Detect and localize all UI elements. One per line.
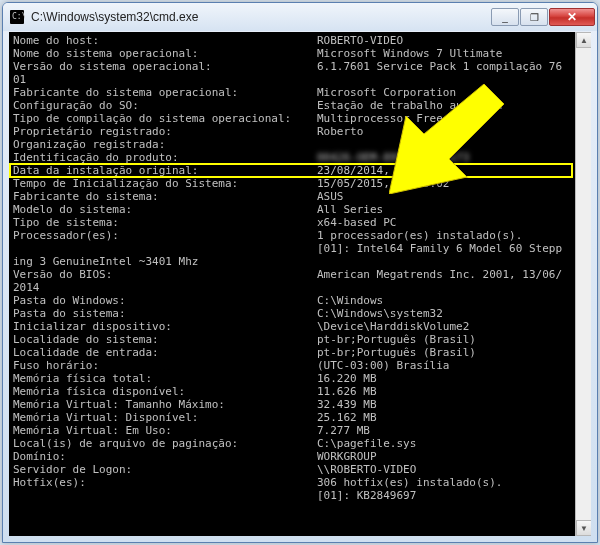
output-line: Servidor de Logon:\\ROBERTO-VIDEO: [13, 463, 571, 476]
line-label: Fabricante do sistema:: [13, 190, 317, 203]
scroll-up-button[interactable]: ▲: [576, 32, 591, 48]
line-value: pt-br;Português (Brasil): [317, 333, 476, 346]
output-line: Inicializar dispositivo:\Device\Harddisk…: [13, 320, 571, 333]
line-value: [01]: KB2849697: [317, 489, 416, 502]
line-value: 23/08/2014, 17:27:51: [317, 164, 449, 177]
vertical-scrollbar[interactable]: ▲ ▼: [575, 32, 591, 536]
line-value: 16.220 MB: [317, 372, 377, 385]
output-line: Fuso horário:(UTC-03:00) Brasília: [13, 359, 571, 372]
output-line: 2014: [13, 281, 571, 294]
line-value: pt-br;Português (Brasil): [317, 346, 476, 359]
minimize-button[interactable]: _: [491, 8, 519, 26]
output-line: Configuração do SO:Estação de trabalho a…: [13, 99, 571, 112]
output-line: Versão do BIOS:American Megatrends Inc. …: [13, 268, 571, 281]
line-label: Localidade de entrada:: [13, 346, 317, 359]
line-label: Pasta do sistema:: [13, 307, 317, 320]
output-line: Modelo do sistema:All Series: [13, 203, 571, 216]
output-line: Versão do sistema operacional:6.1.7601 S…: [13, 60, 571, 73]
output-line: Tipo de sistema:x64-based PC: [13, 216, 571, 229]
line-value: 25.162 MB: [317, 411, 377, 424]
line-value: 11.626 MB: [317, 385, 377, 398]
line-value: 32.439 MB: [317, 398, 377, 411]
output-line: Memória física total:16.220 MB: [13, 372, 571, 385]
output-line: 01: [13, 73, 571, 86]
output-line: Localidade de entrada:pt-br;Português (B…: [13, 346, 571, 359]
output-line: Memória Virtual: Em Uso:7.277 MB: [13, 424, 571, 437]
output-line: Identificação do produto:00426-OEM-89926…: [13, 151, 571, 164]
line-value: 1 processador(es) instalado(s).: [317, 229, 522, 242]
line-label: Tipo de compilação do sistema operaciona…: [13, 112, 317, 125]
output-line: Pasta do Windows:C:\Windows: [13, 294, 571, 307]
line-label: Domínio:: [13, 450, 317, 463]
cmd-icon: C:\: [9, 9, 25, 25]
line-label: Nome do host:: [13, 34, 317, 47]
line-value: Roberto: [317, 125, 363, 138]
line-value: American Megatrends Inc. 2001, 13/06/: [317, 268, 562, 281]
line-value: ROBERTO-VIDEO: [317, 34, 403, 47]
line-value: 15/05/2015, 13:40:02: [317, 177, 449, 190]
line-value: ASUS: [317, 190, 344, 203]
line-label: Memória física total:: [13, 372, 317, 385]
line-label: Identificação do produto:: [13, 151, 317, 164]
output-line: Memória Virtual: Disponível:25.162 MB: [13, 411, 571, 424]
output-line: Organização registrada:: [13, 138, 571, 151]
cmd-window: C:\ C:\Windows\system32\cmd.exe _ ❐ ✕ No…: [2, 2, 598, 543]
line-label: Fuso horário:: [13, 359, 317, 372]
close-button[interactable]: ✕: [549, 8, 595, 26]
output-line: Domínio:WORKGROUP: [13, 450, 571, 463]
line-label: 2014: [13, 281, 317, 294]
line-value: [01]: Intel64 Family 6 Model 60 Stepp: [317, 242, 562, 255]
line-value: Microsoft Corporation: [317, 86, 456, 99]
svg-text:C:\: C:\: [12, 12, 25, 21]
line-label: ing 3 GenuineIntel ~3401 Mhz: [13, 255, 317, 268]
line-label: Memória Virtual: Em Uso:: [13, 424, 317, 437]
maximize-button[interactable]: ❐: [520, 8, 548, 26]
line-label: Local(is) de arquivo de paginação:: [13, 437, 317, 450]
output-line: Proprietário registrado:Roberto: [13, 125, 571, 138]
line-value: 306 hotfix(es) instalado(s).: [317, 476, 502, 489]
window-controls: _ ❐ ✕: [490, 8, 595, 26]
output-line: Fabricante do sistema operacional:Micros…: [13, 86, 571, 99]
output-line: ing 3 GenuineIntel ~3401 Mhz: [13, 255, 571, 268]
line-label: Processador(es):: [13, 229, 317, 242]
output-line: Processador(es):1 processador(es) instal…: [13, 229, 571, 242]
line-label: Localidade do sistema:: [13, 333, 317, 346]
line-value: x64-based PC: [317, 216, 396, 229]
line-label: Tempo de Inicialização do Sistema:: [13, 177, 317, 190]
output-line: Pasta do sistema:C:\Windows\system32: [13, 307, 571, 320]
terminal-output: Nome do host:ROBERTO-VIDEONome do sistem…: [13, 34, 571, 502]
line-value: WORKGROUP: [317, 450, 377, 463]
terminal-viewport[interactable]: Nome do host:ROBERTO-VIDEONome do sistem…: [9, 32, 575, 536]
line-label: Nome do sistema operacional:: [13, 47, 317, 60]
output-line: Data da instalação original:23/08/2014, …: [13, 164, 571, 177]
line-value: 6.1.7601 Service Pack 1 compilação 76: [317, 60, 562, 73]
line-label: Proprietário registrado:: [13, 125, 317, 138]
line-label: Versão do sistema operacional:: [13, 60, 317, 73]
line-label: Hotfix(es):: [13, 476, 317, 489]
output-line: Tipo de compilação do sistema operaciona…: [13, 112, 571, 125]
output-line: Nome do sistema operacional:Microsoft Wi…: [13, 47, 571, 60]
line-value: \Device\HarddiskVolume2: [317, 320, 469, 333]
output-line: [01]: KB2849697: [13, 489, 571, 502]
line-value: Microsoft Windows 7 Ultimate: [317, 47, 502, 60]
line-value: 7.277 MB: [317, 424, 370, 437]
line-label: 01: [13, 73, 317, 86]
output-line: Local(is) de arquivo de paginação:C:\pag…: [13, 437, 571, 450]
output-line: Tempo de Inicialização do Sistema:15/05/…: [13, 177, 571, 190]
line-value: Multiprocessor Free: [317, 112, 443, 125]
titlebar[interactable]: C:\ C:\Windows\system32\cmd.exe _ ❐ ✕: [3, 3, 597, 31]
line-label: Data da instalação original:: [13, 164, 317, 177]
output-line: Localidade do sistema:pt-br;Português (B…: [13, 333, 571, 346]
output-line: Fabricante do sistema:ASUS: [13, 190, 571, 203]
line-label: Memória Virtual: Tamanho Máximo:: [13, 398, 317, 411]
line-label: Memória Virtual: Disponível:: [13, 411, 317, 424]
line-label: Organização registrada:: [13, 138, 317, 151]
line-label: Inicializar dispositivo:: [13, 320, 317, 333]
line-label: Servidor de Logon:: [13, 463, 317, 476]
line-label: Memória física disponível:: [13, 385, 317, 398]
line-label: Tipo de sistema:: [13, 216, 317, 229]
output-line: Nome do host:ROBERTO-VIDEO: [13, 34, 571, 47]
line-label: Modelo do sistema:: [13, 203, 317, 216]
scroll-down-button[interactable]: ▼: [576, 520, 591, 536]
line-label: Fabricante do sistema operacional:: [13, 86, 317, 99]
